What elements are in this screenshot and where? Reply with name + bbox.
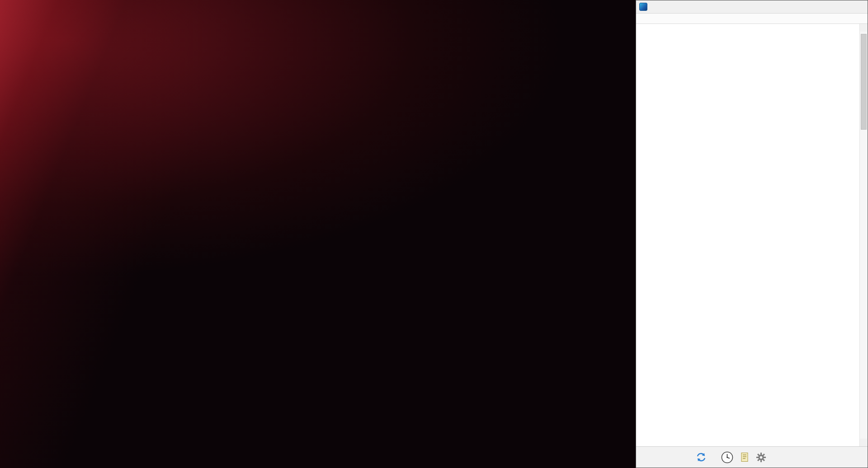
desktop bbox=[0, 0, 868, 468]
clock-icon[interactable] bbox=[721, 451, 733, 463]
statusbar-tools bbox=[696, 451, 774, 463]
reset-values-icon[interactable] bbox=[696, 452, 707, 463]
column-header-row bbox=[636, 14, 868, 24]
scrollbar-thumb[interactable] bbox=[861, 34, 867, 130]
hwinfo-sensor-window bbox=[636, 0, 868, 468]
vertical-scrollbar[interactable] bbox=[859, 24, 868, 446]
scroll-up-icon[interactable] bbox=[860, 24, 867, 32]
logging-icon[interactable] bbox=[741, 452, 749, 462]
sensor-list bbox=[636, 24, 868, 446]
hwinfo-app-icon bbox=[639, 3, 647, 11]
settings-gear-icon[interactable] bbox=[756, 452, 766, 463]
scroll-down-icon[interactable] bbox=[860, 439, 867, 446]
statusbar bbox=[636, 446, 868, 468]
window-titlebar[interactable] bbox=[636, 0, 868, 14]
